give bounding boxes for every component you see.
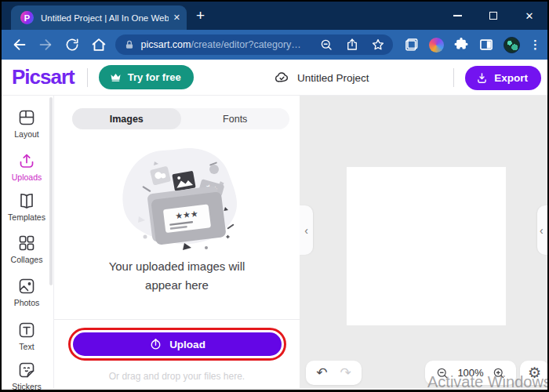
tab-title: Untitled Project | All In One Web [41,13,169,23]
header-divider [87,68,88,87]
share-icon[interactable] [345,38,359,52]
cloud-saved-icon [274,70,290,86]
crown-icon [109,71,122,84]
window-controls: ✕ [439,2,547,30]
upload-cloud-icon [148,337,163,352]
chevron-left-icon: ‹ [540,224,544,237]
browser-toolbar: picsart.com /create/editor?category… ⋮ [2,30,547,60]
picsart-logo[interactable]: Picsart [12,65,75,89]
zoom-controls: 100% [425,361,516,385]
sidebar-item-uploads[interactable]: Uploads [2,151,52,182]
drag-drop-hint: Or drag and drop your files here. [54,371,300,382]
photos-icon [17,277,36,296]
refresh-button[interactable] [59,33,85,56]
uploads-icon [17,151,36,170]
sidebar-item-photos[interactable]: Photos [2,277,52,307]
canvas-settings-button[interactable]: ⚙ [520,361,547,385]
maximize-icon [489,12,497,20]
templates-icon [17,191,36,210]
gear-icon: ⚙ [528,364,541,382]
home-icon [90,36,107,53]
minimize-icon [453,15,462,16]
picsart-favicon-icon: P [20,11,34,24]
header-divider-right [453,68,454,87]
chevron-left-icon: ‹ [304,224,308,237]
project-title-group: Untitled Project [274,60,369,96]
back-button[interactable] [6,33,33,56]
sidebar-item-text[interactable]: Text [2,321,52,351]
minimize-button[interactable] [439,2,475,30]
sidebar-scrollbar[interactable] [49,97,53,285]
artboard[interactable] [347,167,506,325]
browser-window: P Untitled Project | All In One Web ✕ + … [0,0,549,392]
omnibox-actions [319,38,385,52]
panel-tabs: Images Fonts [72,108,289,129]
zoom-minus-icon[interactable] [319,38,333,52]
tool-sidebar: Layout Uploads Templates Collages Photos… [2,96,54,388]
sidebar-item-stickers[interactable]: Stickers [2,361,52,391]
sidebar-label: Stickers [12,382,41,391]
try-for-free-button[interactable]: Try for free [99,65,194,89]
forward-button[interactable] [33,33,60,56]
stickers-icon [17,361,36,379]
tab-close-icon[interactable]: ✕ [173,13,180,23]
maximize-button[interactable] [475,2,511,30]
try-for-free-label: Try for free [128,71,181,83]
url-domain: picsart.com [141,39,191,50]
export-label: Export [494,72,528,84]
extension-icons: ⋮ [404,37,541,53]
zoom-out-icon[interactable] [435,366,449,380]
panel-collapse-handle[interactable]: ‹ [300,205,313,255]
sidebar-label: Layout [14,129,39,139]
sidebar-label: Photos [14,298,40,307]
empty-state-text: Your uploaded images will appear here [94,257,260,295]
header-right: Export [453,60,547,96]
home-button[interactable] [85,33,112,56]
browser-menu-icon[interactable]: ⋮ [529,38,541,52]
upload-button[interactable]: Upload [73,332,282,356]
sidebar-item-layout[interactable]: Layout [2,108,52,139]
undo-button[interactable]: ↶ [316,365,327,381]
sidebar-label: Text [19,342,34,351]
panel-divider [54,319,300,320]
screenshot-tool-icon[interactable] [404,37,420,53]
tab-images[interactable]: Images [72,108,181,129]
picsart-header: Picsart Try for free Untitled Project Ex… [2,60,547,96]
forward-icon [37,36,54,53]
lock-icon [124,39,135,50]
redo-button: ↷ [340,365,351,381]
sidebar-label: Uploads [12,172,42,182]
text-icon [17,321,36,339]
zoom-in-icon[interactable] [492,366,506,380]
upload-highlight-ring: Upload [68,328,286,361]
right-panel-handle[interactable]: ‹ [537,205,547,255]
upload-button-label: Upload [169,339,205,350]
titlebar: P Untitled Project | All In One Web ✕ + … [2,2,547,30]
download-icon [475,71,489,85]
canvas-area: ‹ ‹ ↶ ↷ 100% ⚙ Activate Windows [300,96,547,388]
side-panel-icon[interactable] [478,37,494,53]
extensions-puzzle-icon[interactable] [453,37,469,53]
sidebar-item-collages[interactable]: Collages [2,234,52,264]
bookmark-star-icon[interactable] [371,38,385,52]
profile-avatar[interactable] [504,37,520,53]
sidebar-label: Collages [11,255,43,264]
browser-tab[interactable]: P Untitled Project | All In One Web ✕ [11,5,187,30]
zoom-level[interactable]: 100% [457,367,483,379]
main-area: Layout Uploads Templates Collages Photos… [2,96,547,388]
project-title[interactable]: Untitled Project [297,72,369,84]
history-controls: ↶ ↷ [306,361,362,385]
new-tab-button[interactable]: + [196,8,205,24]
url-path: /create/editor?category… [191,39,314,50]
close-button[interactable]: ✕ [511,2,547,30]
empty-state-illustration: ★★ ★★★ [109,144,245,259]
uploads-panel: Images Fonts ★★ ★★★ [54,96,300,388]
layout-icon [17,108,36,127]
export-button[interactable]: Export [465,66,541,90]
extension-icon-colorful[interactable] [429,38,444,53]
address-bar[interactable]: picsart.com /create/editor?category… [115,34,393,55]
back-icon [11,36,28,53]
sidebar-item-templates[interactable]: Templates [2,191,52,222]
tab-fonts[interactable]: Fonts [181,108,290,129]
sidebar-label: Templates [8,212,45,222]
